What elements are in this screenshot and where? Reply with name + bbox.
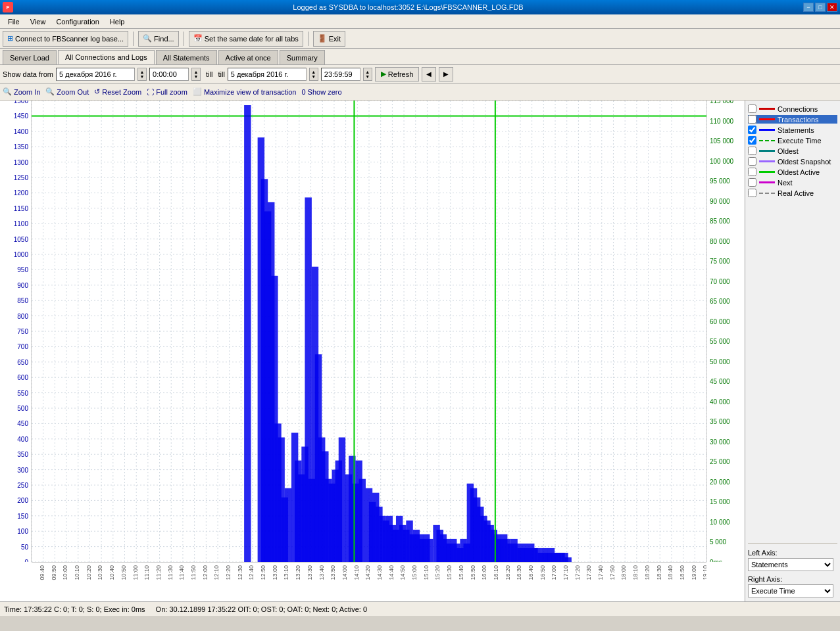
to-date-input[interactable] (228, 68, 307, 81)
x-axis-label: 10:10 (74, 565, 80, 580)
y-left-label: 1400 (14, 128, 28, 135)
x-axis-label: 18:40 (668, 565, 674, 580)
chart-svg (32, 101, 706, 562)
menu-help[interactable]: Help (105, 16, 130, 27)
connect-button[interactable]: ⊞ Connect to FBScanner log base... (3, 31, 128, 47)
svg-rect-120 (359, 479, 366, 562)
to-time-input[interactable] (321, 68, 360, 81)
y-axis-right: 115 000110 000105 000100 00095 00090 000… (706, 101, 745, 562)
from-date-input[interactable] (56, 68, 135, 81)
y-right-label: 110 000 (710, 117, 733, 124)
x-axis-label: 11:00 (132, 565, 139, 580)
y-left-label: 350 (17, 451, 28, 458)
maximize-view-button[interactable]: ⬜ Maximize view of transaction (193, 87, 297, 96)
x-axis-label: 13:50 (330, 565, 337, 580)
from-time-spin[interactable]: ▲▼ (191, 68, 201, 81)
x-axis-label: 19:10 (703, 565, 706, 580)
till-word: till (218, 70, 224, 78)
x-axis-label: 15:20 (435, 565, 441, 580)
legend-item-oldest-snapshot[interactable]: Oldest Snapshot (748, 157, 837, 166)
y-right-label: 40 000 (710, 398, 730, 405)
y-right-label: 25 000 (710, 458, 730, 465)
toolbar: ⊞ Connect to FBScanner log base... 🔍 Fin… (0, 29, 840, 49)
tab-active-at-once[interactable]: Active at once (218, 50, 278, 64)
menu-configuration[interactable]: Configuration (51, 16, 104, 27)
menu-view[interactable]: View (25, 16, 51, 27)
find-button[interactable]: 🔍 Find... (138, 31, 179, 47)
window-controls: − □ ✕ (803, 3, 837, 12)
legend-item-oldest-active[interactable]: Oldest Active (748, 168, 837, 176)
x-axis-label: 18:20 (644, 565, 651, 580)
x-axis-label: 09:50 (51, 565, 57, 580)
y-right-label: 60 000 (710, 317, 730, 325)
maximize-button[interactable]: □ (815, 3, 826, 12)
y-right-label: 15 000 (710, 498, 730, 505)
status-left: Time: 17:35:22 C: 0; T: 0; S: 0; Exec in… (4, 605, 145, 613)
chart-area[interactable] (32, 101, 706, 562)
show-zero-button[interactable]: 0 Show zero (301, 88, 341, 96)
exit-button[interactable]: 🚪 Exit (313, 31, 345, 47)
y-left-label: 950 (17, 266, 28, 273)
x-axis-label: 12:30 (237, 565, 243, 580)
legend-item-real-active[interactable]: Real Active (748, 189, 837, 197)
zoom-out-button[interactable]: 🔍 Zoom Out (45, 87, 89, 96)
y-right-label: 55 000 (710, 338, 730, 345)
to-date-spin[interactable]: ▲▼ (309, 68, 318, 81)
x-axis-label: 10:20 (86, 565, 92, 580)
refresh-icon: ▶ (381, 70, 386, 78)
y-right-label: 50 000 (710, 358, 730, 365)
legend-item-connections[interactable]: Connections (748, 105, 837, 113)
x-axis-label: 11:30 (167, 565, 174, 580)
left-axis-select[interactable]: StatementsConnectionsTransactionsOldestO… (748, 558, 833, 571)
legend-item-statements[interactable]: Statements (748, 126, 837, 134)
x-axis-label: 14:40 (388, 565, 395, 580)
tab-summary[interactable]: Summary (280, 50, 325, 64)
x-axis-label: 16:50 (539, 565, 546, 580)
x-axis-label: 17:10 (562, 565, 569, 580)
set-same-date-button[interactable]: 📅 Set the same date for all tabs (189, 31, 303, 47)
tab-bar: Server Load All Connections and Logs All… (0, 49, 840, 65)
x-axis-label: 09:40 (39, 565, 45, 580)
x-axis-label: 19:00 (691, 565, 697, 580)
y-right-label: 75 000 (710, 258, 730, 265)
to-time-spin[interactable]: ▲▼ (363, 68, 372, 81)
x-axis-label: 12:00 (202, 565, 209, 580)
reset-zoom-button[interactable]: ↺ Reset Zoom (94, 87, 141, 96)
from-date-spin[interactable]: ▲▼ (137, 68, 147, 81)
tab-all-statements[interactable]: All Statements (156, 50, 217, 64)
axis-controls: Left Axis: StatementsConnectionsTransact… (748, 543, 837, 597)
x-axis-label: 16:00 (481, 565, 487, 580)
y-right-label: 95 000 (710, 177, 730, 185)
legend-item-oldest[interactable]: Oldest (748, 147, 837, 155)
x-axis-label: 16:10 (493, 565, 499, 580)
tab-all-connections[interactable]: All Connections and Logs (58, 50, 155, 64)
full-zoom-button[interactable]: ⛶ Full zoom (147, 88, 187, 96)
x-axis-label: 13:40 (318, 565, 325, 580)
from-time-input[interactable] (149, 68, 189, 81)
next-nav-button[interactable]: ▶ (439, 67, 453, 82)
menu-file[interactable]: File (3, 16, 25, 27)
close-button[interactable]: ✕ (827, 3, 837, 12)
x-axis-label: 10:30 (97, 565, 104, 580)
tab-server-load[interactable]: Server Load (3, 50, 57, 64)
legend-item-execute-time[interactable]: Execute Time (748, 136, 837, 145)
x-axis-label: 11:50 (190, 565, 197, 580)
prev-nav-button[interactable]: ◀ (422, 67, 436, 82)
x-axis-label: 16:30 (516, 565, 523, 580)
refresh-button[interactable]: ▶ Refresh (375, 67, 420, 82)
show-data-from-label: Show data from (3, 70, 53, 78)
minimize-button[interactable]: − (803, 3, 814, 12)
right-axis-select[interactable]: Execute TimeConnectionsTransactionsState… (748, 584, 833, 597)
x-axis-label: 11:10 (143, 565, 150, 580)
zoom-in-button[interactable]: 🔍 Zoom In (3, 87, 40, 96)
y-left-label: 400 (17, 435, 28, 442)
show-zero-icon: 0 (301, 88, 305, 96)
x-axis-label: 18:00 (621, 565, 628, 580)
x-axis-label: 16:40 (528, 565, 534, 580)
x-axis-label: 10:00 (62, 565, 69, 580)
legend-item-next[interactable]: Next (748, 178, 837, 187)
window-title: Logged as SYSDBA to localhost:3052 E:\Lo… (13, 3, 803, 11)
legend-item-transactions[interactable]: Transactions (748, 115, 837, 124)
y-left-label: 0 (24, 559, 28, 563)
x-axis-label: 18:50 (679, 565, 685, 580)
